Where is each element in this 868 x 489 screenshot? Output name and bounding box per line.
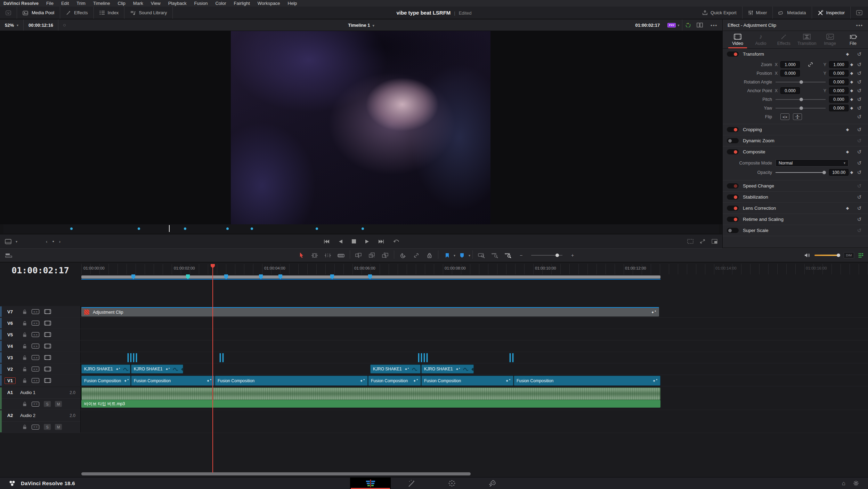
menu-edit[interactable]: Edit [61,1,69,6]
timeline-horizontal-scrollbar[interactable] [81,472,471,475]
cropping-toggle[interactable] [727,127,739,132]
dim-button[interactable]: DIM [844,252,854,258]
play-button[interactable] [365,239,369,244]
track-lock-icon[interactable] [23,425,27,429]
timeline-playhead[interactable] [212,264,213,473]
zoom-in-button[interactable]: + [567,250,578,260]
menu-color[interactable]: Color [215,1,226,6]
tab-audio[interactable]: ♪ Audio [750,34,771,48]
position-x-input[interactable]: 0.000 [780,70,800,77]
menu-davinci-resolve[interactable]: DaVinci Resolve [3,1,39,6]
zoom-keyframe-icon[interactable]: ◆ [849,62,855,67]
speed-change-toggle[interactable] [727,183,739,189]
track-auto-select-icon[interactable]: < > [32,367,39,371]
jog-marker-dot[interactable] [70,227,73,230]
anchor-y-input[interactable]: 0.000 [829,87,849,94]
opacity-input[interactable]: 100.00 [829,169,849,176]
rotation-keyframe-icon[interactable]: ◆ [849,80,855,84]
composite-keyframe-icon[interactable]: ◆ [844,150,851,154]
timeline-selector[interactable]: Timeline 1 ▾ [0,23,722,28]
timeline-marker[interactable] [224,274,228,279]
pitch-reset-icon[interactable]: ↺ [855,96,864,103]
super-scale-toggle[interactable] [727,228,739,233]
v1-clip[interactable]: Fusion Composition✦✦ [81,376,131,386]
menu-workspace[interactable]: Workspace [258,1,280,6]
viewer-jog-bar[interactable] [3,224,719,233]
v3-clip-fragment[interactable] [509,353,511,362]
track-film-icon[interactable] [44,367,51,371]
proxy-menu[interactable]: PXY▾ [665,19,682,31]
edit-page-button[interactable] [350,478,391,489]
go-to-start-button[interactable] [324,239,330,244]
trim-edit-mode-tool[interactable] [309,250,320,260]
index-button[interactable]: Index [94,7,124,19]
pitch-input[interactable]: 0.000 [829,96,849,103]
track-lock-icon[interactable] [23,332,27,337]
track-film-icon[interactable] [44,344,51,348]
lens-correction-toggle[interactable] [727,206,739,211]
solo-button[interactable]: S [44,401,51,407]
audio-monitor-speaker-icon[interactable] [804,253,810,258]
tab-transition[interactable]: Transition [796,34,818,48]
jog-marker-dot[interactable] [138,227,140,230]
retime-scaling-toggle[interactable] [727,217,739,222]
menu-playback[interactable]: Playback [168,1,187,6]
rotation-reset-icon[interactable]: ↺ [855,79,864,85]
mixer-button[interactable]: Mixer [743,7,773,19]
audio-meters-icon[interactable] [858,253,864,258]
inspector-options-menu[interactable]: ••• [856,23,863,28]
timeline-zoom-slider[interactable] [531,255,562,256]
transform-reset-icon[interactable]: ↺ [855,51,864,57]
mute-button[interactable]: M [55,424,62,430]
timeline-ruler[interactable]: 01:00:00:0001:00:02:0001:00:04:0001:00:0… [81,264,868,274]
tab-file[interactable]: File [842,34,864,48]
solo-button[interactable]: S [44,424,51,430]
track-film-icon[interactable] [44,321,51,326]
custom-zoom-tool[interactable] [503,250,513,260]
marker-color-chevron[interactable]: ▾ [469,254,470,257]
play-reverse-button[interactable] [339,239,343,244]
track-lock-icon[interactable] [23,321,27,326]
position-y-input[interactable]: 0.000 [829,70,849,77]
timeline-marker[interactable] [131,274,135,279]
v2-clip[interactable]: KJRO SHAKE1✦✦◆ [421,364,474,374]
track-lock-icon[interactable] [23,310,27,314]
razor-tool[interactable] [336,250,346,260]
track-film-icon[interactable] [44,378,51,383]
super-scale-reset-icon[interactable]: ↺ [855,227,864,234]
lens-correction-reset-icon[interactable]: ↺ [855,205,864,211]
track-header-v5[interactable]: V5< > [0,329,81,340]
mute-button[interactable]: M [55,401,62,407]
position-lock-tool[interactable] [424,250,435,260]
stabilization-reset-icon[interactable]: ↺ [855,194,864,200]
menu-file[interactable]: File [46,1,54,6]
track-auto-select-icon[interactable]: < > [32,378,39,383]
rotation-slider[interactable] [776,82,826,82]
track-auto-select-icon[interactable]: < > [32,402,39,407]
flip-horizontal-button[interactable]: ▸|◂ [780,113,789,120]
yaw-input[interactable]: 0.000 [829,105,849,111]
track-auto-select-icon[interactable]: < > [32,344,39,348]
audio-clip-waveform[interactable] [81,387,660,400]
composite-mode-select[interactable]: Normal▾ [776,159,849,167]
v3-clip-fragment[interactable] [512,353,514,362]
audio-clip-name[interactable]: 바이브 타입 비트.mp3 [81,400,660,408]
track-header-v1[interactable]: V1< > [0,375,81,386]
timeline-view-options-icon[interactable] [3,250,14,260]
project-manager-icon[interactable]: ⌂ [842,480,845,487]
timeline-marker[interactable] [186,274,190,279]
anchor-x-input[interactable]: 0.000 [780,87,800,94]
tab-video[interactable]: Video [727,34,748,48]
v2-clip[interactable]: KJRO SHAKE1✦✦◆ [370,364,421,374]
color-page-button[interactable] [431,478,472,489]
zoom-x-input[interactable]: 1.000 [780,61,800,68]
cropping-reset-icon[interactable]: ↺ [855,127,864,133]
track-auto-select-icon[interactable]: < > [32,332,39,337]
zoom-out-button[interactable]: − [516,250,526,260]
cropping-keyframe-icon[interactable]: ◆ [844,127,851,132]
track-auto-select-icon[interactable]: < > [32,321,39,326]
position-reset-icon[interactable]: ↺ [855,70,864,77]
v3-clip-fragment[interactable] [219,353,221,362]
timeline-marker[interactable] [259,274,263,279]
jog-marker-dot[interactable] [362,227,364,230]
